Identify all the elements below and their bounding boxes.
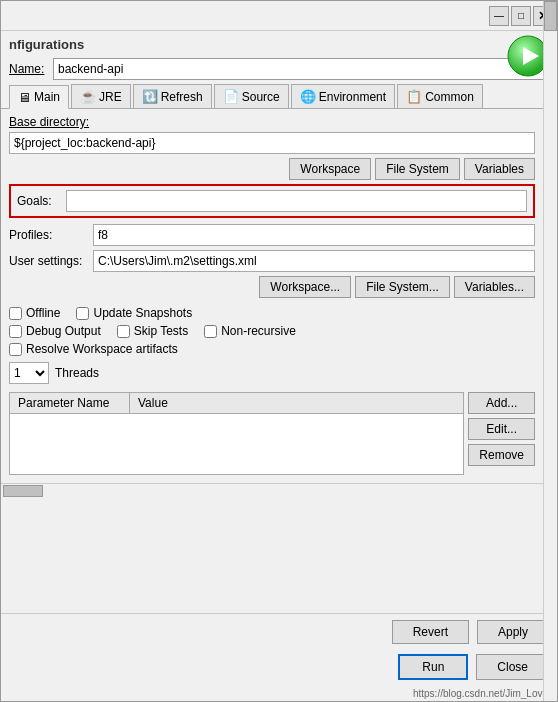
debug-output-checkbox-item: Debug Output [9,324,101,338]
settings-buttons-row: Workspace... File System... Variables... [9,276,535,298]
checkbox-row-3: Resolve Workspace artifacts [9,342,535,356]
source-tab-icon: 📄 [223,89,239,104]
content-area: Base directory: Workspace File System Va… [1,109,557,613]
watermark: https://blog.csdn.net/Jim_Lovec [1,686,557,701]
file-system-button[interactable]: File System [375,158,460,180]
checkbox-row-2: Debug Output Skip Tests Non-recursive [9,324,535,338]
scrollbar-thumb[interactable] [3,485,43,497]
name-input[interactable] [53,58,549,80]
skip-tests-label: Skip Tests [134,324,188,338]
tab-environment-label: Environment [319,90,386,104]
apply-button[interactable]: Apply [477,620,549,644]
goals-row: Goals: [17,190,527,212]
threads-row: 1 2 4 8 Threads [9,362,535,384]
vertical-scrollbar-thumb[interactable] [544,1,557,31]
header-area: nfigurations [1,31,557,54]
maximize-button[interactable]: □ [511,6,531,26]
tab-jre[interactable]: ☕ JRE [71,84,131,108]
tab-jre-label: JRE [99,90,122,104]
tab-source[interactable]: 📄 Source [214,84,289,108]
profiles-row: Profiles: [9,224,535,246]
offline-checkbox-item: Offline [9,306,60,320]
window-title: nfigurations [9,37,84,52]
user-settings-row: User settings: [9,250,535,272]
main-window: — □ ✕ nfigurations Name: 🖥 [0,0,558,702]
run-button[interactable]: Run [398,654,468,680]
table-header: Parameter Name Value [10,393,463,414]
env-tab-icon: 🌐 [300,89,316,104]
titlebar: — □ ✕ [1,1,557,31]
tabs-bar: 🖥 Main ☕ JRE 🔃 Refresh 📄 Source 🌐 Enviro… [1,84,557,109]
settings-file-system-button[interactable]: File System... [355,276,450,298]
param-table: Parameter Name Value [9,392,464,475]
resolve-workspace-label: Resolve Workspace artifacts [26,342,178,356]
settings-variables-button[interactable]: Variables... [454,276,535,298]
run-buttons-row: Run Close [1,650,557,686]
resolve-workspace-checkbox-item: Resolve Workspace artifacts [9,342,178,356]
table-body [10,414,463,474]
revert-button[interactable]: Revert [392,620,469,644]
col-param-name: Parameter Name [10,393,130,413]
jre-tab-icon: ☕ [80,89,96,104]
name-row: Name: [1,54,557,84]
dialog-close-button[interactable]: Close [476,654,549,680]
tab-common-label: Common [425,90,474,104]
remove-button[interactable]: Remove [468,444,535,466]
base-dir-input[interactable] [9,132,535,154]
table-buttons: Add... Edit... Remove [468,392,535,475]
threads-select[interactable]: 1 2 4 8 [9,362,49,384]
debug-output-checkbox[interactable] [9,325,22,338]
settings-workspace-button[interactable]: Workspace... [259,276,351,298]
horizontal-scrollbar[interactable] [1,483,543,497]
profiles-input[interactable] [93,224,535,246]
checkboxes-area: Offline Update Snapshots Debug Output Sk… [9,306,535,356]
goals-input[interactable] [66,190,527,212]
update-snapshots-checkbox[interactable] [76,307,89,320]
skip-tests-checkbox[interactable] [117,325,130,338]
non-recursive-label: Non-recursive [221,324,296,338]
goals-label: Goals: [17,194,62,208]
checkbox-row-1: Offline Update Snapshots [9,306,535,320]
common-tab-icon: 📋 [406,89,422,104]
action-buttons-row: Revert Apply [1,613,557,650]
tab-refresh-label: Refresh [161,90,203,104]
non-recursive-checkbox-item: Non-recursive [204,324,296,338]
goals-section: Goals: [9,184,535,218]
main-tab-icon: 🖥 [18,90,31,105]
skip-tests-checkbox-item: Skip Tests [117,324,188,338]
tab-common[interactable]: 📋 Common [397,84,483,108]
tab-refresh[interactable]: 🔃 Refresh [133,84,212,108]
resolve-workspace-checkbox[interactable] [9,343,22,356]
name-label: Name: [9,62,49,76]
tab-source-label: Source [242,90,280,104]
refresh-tab-icon: 🔃 [142,89,158,104]
threads-label: Threads [55,366,99,380]
offline-label: Offline [26,306,60,320]
workspace-buttons-row: Workspace File System Variables [9,158,535,180]
debug-output-label: Debug Output [26,324,101,338]
profiles-label: Profiles: [9,228,89,242]
tab-environment[interactable]: 🌐 Environment [291,84,395,108]
base-dir-section: Base directory: [9,115,535,158]
non-recursive-checkbox[interactable] [204,325,217,338]
tab-main-label: Main [34,90,60,104]
user-settings-input[interactable] [93,250,535,272]
vertical-scrollbar[interactable] [543,1,557,701]
user-settings-label: User settings: [9,254,89,268]
table-area: Parameter Name Value Add... Edit... Remo… [9,392,535,475]
col-value: Value [130,393,463,413]
offline-checkbox[interactable] [9,307,22,320]
base-dir-label: Base directory: [9,115,535,129]
add-button[interactable]: Add... [468,392,535,414]
update-snapshots-label: Update Snapshots [93,306,192,320]
update-snapshots-checkbox-item: Update Snapshots [76,306,192,320]
variables-button[interactable]: Variables [464,158,535,180]
workspace-button[interactable]: Workspace [289,158,371,180]
minimize-button[interactable]: — [489,6,509,26]
tab-main[interactable]: 🖥 Main [9,85,69,109]
edit-button[interactable]: Edit... [468,418,535,440]
